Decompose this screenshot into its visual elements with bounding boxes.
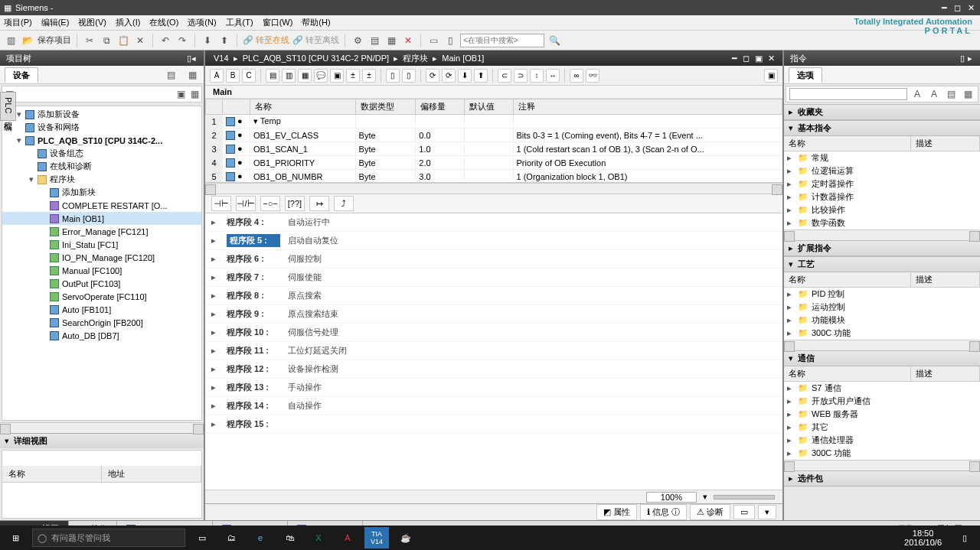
ed-icon-fullscreen[interactable]: ▣ [764,69,778,83]
go-offline-button[interactable]: 🔗 转至离线 [292,34,339,46]
ed-icon[interactable]: ∞ [570,69,583,83]
ed-icon[interactable]: ⟳ [426,69,439,83]
toolbar-icon-a[interactable]: ⚙ [351,34,364,47]
ed-icon[interactable]: ↔ [546,69,560,83]
instruction-item[interactable]: ▸📁比较操作 [784,203,980,216]
app-icon[interactable]: ☕ [394,527,418,548]
zoom-slider[interactable] [714,495,775,500]
tree-item[interactable]: IO_PN_Manage [FC120] [2,251,201,264]
tech-hscroll[interactable] [784,340,980,350]
upload-icon[interactable]: ⬆ [217,34,231,47]
network-row[interactable]: ▸程序段 10 :伺服信号处理 [205,324,782,342]
project-tree[interactable]: ▾添加新设备设备和网络▾PLC_AQB_ST10 [CPU 314C-2...设… [2,106,202,421]
tree-item[interactable]: 设备组态 [2,147,201,160]
acc-basic[interactable]: ▾基本指令 [784,120,980,136]
instruction-item[interactable]: ▸📁定时器操作 [784,177,980,190]
tree-item[interactable]: COMPLETE RESTART [O... [2,199,201,212]
tree-view-icon-2[interactable]: ▦ [185,68,199,82]
notification-icon[interactable]: ▯ [952,527,977,548]
detail-view-header[interactable]: ▾ 详细视图 [0,433,204,448]
inst-icon[interactable]: A [910,87,924,101]
menu-help[interactable]: 帮助(H) [302,17,330,28]
toolbar-icon-e[interactable]: ▭ [426,34,440,47]
acc-tech[interactable]: ▾工艺 [784,256,980,272]
diagnostics-tab[interactable]: ⚠ 诊断 [690,504,730,520]
instruction-item[interactable]: ▸📁其它 [784,421,980,434]
explorer-icon[interactable]: 🗂 [219,527,243,548]
instruction-item[interactable]: ▸📁S7 通信 [784,382,980,395]
tree-item[interactable]: 添加新块 [2,186,201,199]
system-clock[interactable]: 18:50 2016/10/6 [898,529,948,547]
inst-icon[interactable]: A [927,87,941,101]
table-row[interactable]: 2 ●OB1_EV_CLASSByte0.0Bits 0-3 = 1 (Comi… [206,129,782,142]
instruction-item[interactable]: ▸📁计数器操作 [784,190,980,203]
ed-icon[interactable]: A [210,69,224,83]
devices-tab[interactable]: 设备 [5,67,38,83]
ed-icon[interactable]: ⊃ [514,69,528,83]
acc-ext[interactable]: ▸扩展指令 [784,240,980,256]
search-go-icon[interactable]: 🔍 [547,34,561,47]
tree-item[interactable]: Manual [FC100] [2,264,201,277]
network-row[interactable]: ▸程序段 6 :伺服控制 [205,250,782,268]
tree-hscroll[interactable] [0,422,204,433]
instruction-search-input[interactable] [789,88,907,100]
network-row[interactable]: ▸程序段 4 :自动运行中 [205,213,782,232]
lad-button[interactable]: [??] [285,196,305,211]
copy-icon[interactable]: ⧉ [100,34,113,47]
options-tab[interactable]: 选项 [789,67,822,83]
network-row[interactable]: ▸程序段 7 :伺服使能 [205,268,782,287]
toolbar-icon-c[interactable]: ▦ [384,34,398,47]
instruction-item[interactable]: ▸📁PID 控制 [784,288,980,301]
menu-insert[interactable]: 插入(I) [116,17,140,28]
ed-icon[interactable]: ⬆ [474,69,488,83]
right-collapse-icon[interactable]: ▸ [966,54,974,63]
instruction-item[interactable]: ▸📁WEB 服务器 [784,408,980,421]
close-button[interactable]: ✕ [965,3,976,13]
network-row[interactable]: ▸程序段 11 :工位灯延迟关闭 [205,342,782,360]
lad-button[interactable]: ↦ [309,196,329,211]
ed-icon[interactable]: C [242,69,256,83]
tree-toolbar-icon-a[interactable]: ▣ [174,87,188,101]
tree-toolbar-icon-b[interactable]: ▦ [188,87,201,101]
tree-item[interactable]: ▾PLC_AQB_ST10 [CPU 314C-2... [2,134,201,147]
tree-item[interactable]: 设备和网络 [2,121,201,134]
instruction-item[interactable]: ▸📁通信处理器 [784,434,980,447]
instruction-item[interactable]: ▸📁功能模块 [784,314,980,327]
acc-favorites[interactable]: ▸收藏夹 [784,104,980,120]
ed-icon[interactable]: ⟳ [442,69,456,83]
instruction-item[interactable]: ▸📁位逻辑运算 [784,164,980,177]
info-tab[interactable]: ℹ 信息 ⓘ [640,504,687,520]
redo-icon[interactable]: ↷ [175,34,189,47]
network-row[interactable]: ▸程序段 15 : [205,415,782,434]
menu-online[interactable]: 在线(O) [149,17,178,28]
cut-icon[interactable]: ✂ [83,34,96,47]
menu-options[interactable]: 选项(N) [188,17,216,28]
new-project-icon[interactable]: ▥ [4,34,18,47]
network-row[interactable]: ▸程序段 14 :自动操作 [205,397,782,415]
toolbar-icon-d[interactable]: ✕ [401,34,415,47]
acc-comm[interactable]: ▾通信 [784,350,980,366]
menu-window[interactable]: 窗口(W) [263,17,293,28]
lad-button[interactable]: ⊣/⊢ [236,196,256,211]
vartable-hscroll[interactable] [205,183,782,194]
tree-item[interactable]: Error_Manage [FC121] [2,225,201,238]
lad-button[interactable]: ⊣⊢ [211,196,231,211]
instruction-item[interactable]: ▸📁运动控制 [784,301,980,314]
instruction-item[interactable]: ▸📁常规 [784,151,980,164]
inst-icon[interactable]: ▤ [944,87,958,101]
delete-icon[interactable]: ✕ [133,34,147,47]
menu-tools[interactable]: 工具(T) [226,17,253,28]
propbar-min-icon[interactable]: ▭ [733,505,755,519]
propbar-expand-icon[interactable]: ▾ [758,505,776,519]
ed-icon[interactable]: ▯ [402,69,416,83]
ed-icon[interactable]: 💬 [314,69,328,83]
tree-item[interactable]: 在线和诊断 [2,160,201,173]
zoom-value[interactable]: 100% [646,492,697,503]
table-row[interactable]: 3 ●OB1_SCAN_1Byte1.01 (Cold restart scan… [206,142,782,156]
tree-item[interactable]: OutPut [FC103] [2,277,201,290]
lad-button[interactable]: −○− [260,196,280,211]
basic-hscroll[interactable] [784,229,980,240]
minimize-button[interactable]: ━ [939,3,950,13]
tree-item[interactable]: SearchOrigin [FB200] [2,316,201,329]
tree-item[interactable]: ServoOperate [FC110] [2,290,201,303]
